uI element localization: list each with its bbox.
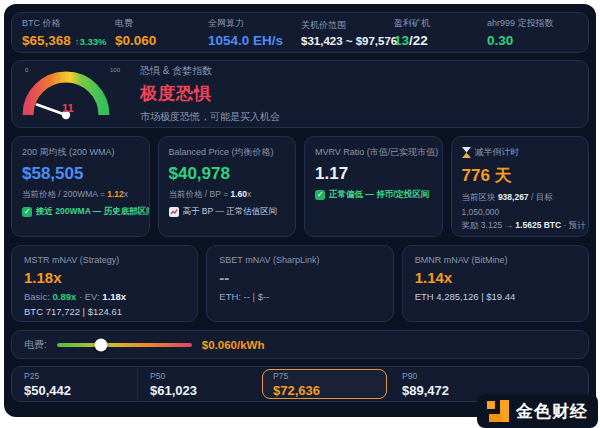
slider-label: 电费:	[24, 338, 47, 352]
stat-label: ahr999 定投指数	[487, 17, 554, 30]
percentile-value: $72,636	[273, 383, 386, 398]
btc-price-change: ↑3.33%	[75, 36, 107, 47]
electricity-slider-track[interactable]	[57, 343, 192, 347]
shutdown-range-value: $31,423 ~ $97,576	[301, 35, 394, 47]
gauge-min-label: 0	[25, 67, 29, 73]
mstr-mnav-value: 1.18x	[24, 269, 185, 286]
electricity-fee-value: $0.060	[115, 33, 208, 48]
bmnr-holdings: ETH 4,285,126 | $19.44	[415, 291, 576, 302]
fear-greed-gauge: 0 100 11	[22, 61, 126, 127]
bp-ratio-line: 当前价格 / BP = 1.60x	[169, 189, 286, 201]
card-title: Balanced Price (均衡价格)	[169, 146, 286, 159]
stat-shutdown-price-range: 关机价范围 $31,423 ~ $97,576	[301, 19, 394, 47]
halving-target-block: 1,050,000	[462, 207, 579, 217]
gauge-max-label: 100	[110, 67, 121, 73]
fear-greed-title: 恐惧 & 贪婪指数	[140, 64, 280, 78]
mstr-ev: 1.18x	[102, 291, 126, 302]
stat-btc-price: BTC 价格 $65,368↑3.33%	[22, 17, 115, 48]
wma200-status-badge: ✓ 接近 200WMA — 历史底部区间	[22, 206, 139, 218]
percentile-label: P90	[402, 371, 588, 381]
card-title: MVRV Ratio (市值/已实现市值)	[315, 146, 432, 159]
percentile-label: P25	[24, 371, 137, 381]
mstr-basic-ev-line: Basic: 0.89x · EV: 1.18x	[24, 291, 185, 302]
halving-days-value: 776 天	[462, 164, 579, 187]
stat-label: BTC 价格	[22, 17, 115, 30]
bp-ratio: 1.60	[230, 189, 247, 199]
percentile-p25[interactable]: P25 $50,442	[12, 367, 137, 401]
electricity-slider-value: $0.060/kWh	[202, 339, 265, 351]
chart-icon	[169, 207, 179, 217]
crypto-dashboard: BTC 价格 $65,368↑3.33% 电费 $0.060 全网算力 1054…	[4, 4, 596, 417]
mstr-holdings: BTC 717,722 | $124.61	[24, 306, 185, 317]
card-title: 200 周均线 (200 WMA)	[22, 146, 139, 159]
check-icon: ✓	[315, 190, 325, 200]
jinse-logo-icon	[487, 400, 509, 422]
fear-greed-text: 恐惧 & 贪婪指数 极度恐惧 市场极度恐慌，可能是买入机会	[140, 64, 280, 124]
balanced-price-card: Balanced Price (均衡价格) $40,978 当前价格 / BP …	[158, 136, 297, 237]
sbet-mnav-value: --	[219, 269, 380, 286]
valuation-cards-row: 200 周均线 (200 WMA) $58,505 当前价格 / 200WMA …	[11, 136, 589, 237]
gauge-arc-icon: 0 100 11	[22, 61, 126, 127]
ahr999-value: 0.30	[487, 33, 554, 48]
wma200-ratio-line: 当前价格 / 200WMA = 1.12x	[22, 189, 139, 201]
badge-text: 高于 BP — 正常估值区间	[183, 206, 278, 218]
halving-reward-line: 奖励 3.125 → 1.5625 BTC · 预计	[462, 220, 579, 232]
fear-greed-card: 0 100 11 恐惧 & 贪婪指数 极度恐惧 市场极度恐慌，可能是买入机会	[11, 60, 589, 128]
current-block: 938,267	[498, 192, 529, 202]
electricity-slider-thumb[interactable]	[95, 338, 108, 351]
mvrv-status-badge: ✓ 正常偏低 — 持币/定投区间	[315, 189, 432, 201]
halving-title-text: 减半倒计时	[475, 146, 520, 159]
mnav-cards-row: MSTR mNAV (Strategy) 1.18x Basic: 0.89x …	[11, 245, 589, 322]
check-icon: ✓	[22, 207, 32, 217]
sbet-mnav-card: SBET mNAV (SharpLink) -- ETH: -- | $--	[206, 245, 393, 322]
mstr-basic: 0.89x	[53, 291, 77, 302]
fear-greed-description: 市场极度恐慌，可能是买入机会	[140, 110, 280, 124]
sbet-holdings: ETH: -- | $--	[219, 291, 380, 302]
profitable-miners-count: 13	[394, 33, 409, 48]
hashrate-value: 1054.0 EH/s	[208, 33, 301, 48]
halving-countdown-card: 减半倒计时 776 天 当前区块 938,267 / 目标 1,050,000 …	[451, 136, 590, 237]
card-title: SBET mNAV (SharpLink)	[219, 255, 380, 265]
gauge-value-label: 11	[62, 102, 74, 114]
jinse-finance-watermark: 金色财经	[477, 394, 598, 428]
stat-label: 关机价范围	[301, 19, 394, 32]
badge-text: 接近 200WMA — 历史底部区间	[36, 206, 150, 218]
halving-block-line: 当前区块 938,267 / 目标	[462, 192, 579, 204]
wma200-card: 200 周均线 (200 WMA) $58,505 当前价格 / 200WMA …	[11, 136, 150, 237]
card-title: BMNR mNAV (BitMine)	[415, 255, 576, 265]
percentile-value: $61,023	[150, 383, 262, 398]
mvrv-value: 1.17	[315, 164, 432, 184]
card-title: MSTR mNAV (Strategy)	[24, 255, 185, 265]
percentile-label: P75	[273, 371, 386, 381]
profitable-miners-total: /22	[409, 33, 428, 48]
hourglass-icon	[462, 147, 471, 158]
stat-label: 盈利矿机	[394, 17, 487, 30]
electricity-slider-card: 电费: $0.060/kWh	[11, 330, 589, 359]
bmnr-mnav-card: BMNR mNAV (BitMine) 1.14x ETH 4,285,126 …	[402, 245, 589, 322]
mvrv-card: MVRV Ratio (市值/已实现市值) 1.17 ✓ 正常偏低 — 持币/定…	[304, 136, 443, 237]
top-stats-bar: BTC 价格 $65,368↑3.33% 电费 $0.060 全网算力 1054…	[11, 12, 589, 53]
percentile-p75-selected[interactable]: P75 $72,636	[262, 369, 387, 399]
stat-ahr999-index: ahr999 定投指数 0.30	[487, 17, 554, 48]
stat-label: 全网算力	[208, 17, 301, 30]
wma200-ratio: 1.12	[107, 189, 124, 199]
stat-label: 电费	[115, 17, 208, 30]
halving-date: 2028-04-11	[462, 235, 579, 237]
watermark-brand-text: 金色财经	[516, 400, 588, 423]
percentile-p50[interactable]: P50 $61,023	[137, 367, 262, 401]
stat-profitable-miners: 盈利矿机 13/22	[394, 17, 487, 48]
percentile-label: P50	[150, 371, 262, 381]
percentile-value: $50,442	[24, 383, 137, 398]
wma200-value: $58,505	[22, 164, 139, 184]
stat-network-hashrate: 全网算力 1054.0 EH/s	[208, 17, 301, 48]
badge-text: 正常偏低 — 持币/定投区间	[329, 189, 430, 201]
bp-status-badge: 高于 BP — 正常估值区间	[169, 206, 286, 218]
stat-electricity-fee: 电费 $0.060	[115, 17, 208, 48]
card-title: 减半倒计时	[462, 146, 579, 159]
mstr-mnav-card: MSTR mNAV (Strategy) 1.18x Basic: 0.89x …	[11, 245, 198, 322]
fear-greed-status: 极度恐惧	[140, 82, 280, 105]
balanced-price-value: $40,978	[169, 164, 286, 184]
btc-price-value: $65,368	[22, 33, 71, 48]
next-reward: 1.5625 BTC	[515, 220, 561, 230]
bmnr-mnav-value: 1.14x	[415, 269, 576, 286]
